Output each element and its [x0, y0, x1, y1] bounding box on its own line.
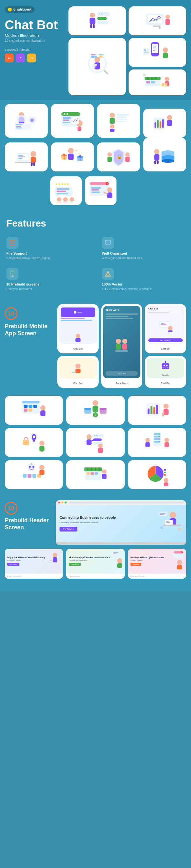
bottom-screen-desc-2: Discover new connections: [69, 560, 122, 561]
svg-rect-164: [161, 324, 166, 326]
format-fig-icon: F: [16, 54, 25, 62]
svg-rect-119: [157, 161, 159, 164]
phone-label-text-3: Chat Bot: [161, 348, 170, 350]
svg-rect-48: [165, 83, 167, 86]
svg-rect-123: [56, 191, 66, 192]
svg-rect-42: [155, 77, 157, 80]
svg-rect-64: [63, 120, 69, 121]
svg-rect-83: [162, 119, 164, 128]
svg-point-101: [63, 154, 65, 155]
grid-row-3: ★★★★★ ×: [5, 176, 186, 205]
hero-card-1: [68, 6, 126, 35]
laptop-screen: Connecting Businesses to people Connecti…: [56, 505, 186, 542]
svg-point-214: [94, 435, 95, 436]
svg-point-61: [64, 113, 66, 115]
features-title: Features: [6, 218, 185, 229]
feature-item-1: File Support Compatible with Ai, Sketch,…: [6, 237, 89, 261]
bottom-screen-1: Enjoy the Power of email Marketing Conne…: [5, 549, 63, 579]
svg-point-240: [39, 465, 44, 470]
svg-rect-246: [95, 467, 96, 471]
phone-label-1: Chat Bot: [59, 344, 97, 351]
bottom-screen-btn-1[interactable]: Get Started: [7, 563, 20, 566]
laptop-cta-btn[interactable]: Get Started: [60, 527, 77, 531]
feature-desc-4: Fully Customizable, scalable & editable: [102, 287, 185, 291]
illus-analytics: [131, 9, 184, 33]
svg-rect-276: [50, 562, 52, 562]
illus-store: [131, 72, 184, 93]
phone-label-4: Chat Bot: [59, 378, 97, 386]
svg-rect-157: [116, 344, 121, 349]
svg-rect-166: [168, 331, 172, 332]
svg-text:×: ×: [106, 182, 108, 185]
svg-rect-15: [159, 27, 161, 29]
svg-point-62: [67, 113, 68, 115]
illus-chart-person: [146, 111, 184, 135]
svg-rect-182: [29, 408, 32, 412]
svg-point-234: [32, 466, 34, 468]
logo-text: GraphicDunk: [13, 8, 32, 11]
header-section: GraphicDunk Chat Bot Modern Illustration…: [0, 0, 191, 100]
phone-screen-5: Chat Bot: [147, 358, 184, 378]
svg-rect-247: [99, 467, 100, 471]
bottom-screen-btn-3[interactable]: Start Now: [130, 563, 141, 566]
svg-rect-32: [153, 50, 156, 51]
svg-rect-13: [165, 19, 170, 25]
svg-point-7: [99, 14, 100, 15]
svg-rect-170: [72, 372, 76, 373]
svg-rect-194: [148, 408, 149, 414]
bottom-screen-btn-2[interactable]: Learn More: [69, 563, 81, 566]
svg-rect-179: [29, 405, 32, 408]
illus-card-8: [143, 138, 186, 172]
feature-name-4: 100% Vector: [102, 282, 185, 286]
svg-rect-135: [91, 187, 101, 189]
bottom-screen-title-2: Find new opportunities on the network: [69, 556, 122, 559]
svg-text:🔒: 🔒: [117, 154, 122, 160]
svg-rect-117: [154, 154, 159, 161]
svg-rect-237: [28, 474, 32, 478]
svg-point-109: [125, 152, 130, 157]
svg-point-0: [90, 13, 95, 18]
illus-card-6: ★ ★: [51, 143, 94, 172]
hero-card-5: [129, 69, 186, 95]
grid-row-1: [5, 104, 186, 138]
bottom-screens: Enjoy the Power of email Marketing Conne…: [5, 549, 186, 579]
svg-point-227: [159, 441, 159, 442]
illus-security: 🔒: [100, 145, 137, 169]
laptop-sub: Connecting businesses with modern soluti…: [60, 522, 154, 524]
hero-card-2: [129, 6, 186, 35]
svg-point-150: [12, 275, 13, 276]
illus-boxes-person: ✓: [69, 398, 122, 422]
phone-screens-grid: Chat Bot Team Work Chat: [57, 304, 186, 388]
more-illus-section: ✓: [0, 393, 191, 494]
bottom-screen-footer-3: Business Growth: [128, 574, 186, 579]
svg-rect-6: [97, 21, 108, 24]
svg-rect-5: [97, 17, 107, 20]
svg-point-173: [166, 365, 168, 366]
svg-rect-89: [15, 162, 31, 163]
svg-rect-168: [75, 369, 81, 373]
svg-rect-78: [167, 120, 172, 126]
illus-mobile: [131, 40, 184, 64]
illustrations-grid-2: ★ ★ 🔒: [0, 143, 191, 176]
svg-rect-14: [153, 26, 161, 27]
hero-cards: [68, 6, 186, 95]
svg-rect-20: [93, 64, 97, 66]
feature-icon-box-1: [6, 237, 19, 249]
svg-rect-41: [151, 77, 153, 80]
svg-rect-88: [19, 158, 22, 159]
svg-rect-256: [164, 474, 165, 476]
svg-rect-1: [90, 18, 96, 24]
header-number-icon: 10: [5, 502, 18, 515]
svg-rect-122: [56, 188, 69, 190]
svg-rect-65: [63, 122, 70, 123]
bottom-screen-inner-1: Enjoy the Power of email Marketing Conne…: [5, 549, 63, 574]
more-card-9: [128, 460, 186, 489]
illus-social: [7, 398, 61, 422]
organized-icon: [105, 240, 111, 246]
more-card-2: ✓: [66, 396, 124, 425]
illus-card-9: ★★★★★: [50, 176, 82, 205]
svg-point-156: [116, 339, 121, 344]
svg-rect-2: [90, 24, 92, 28]
svg-rect-169: [72, 370, 75, 372]
page-title: Chat Bot: [5, 19, 64, 31]
